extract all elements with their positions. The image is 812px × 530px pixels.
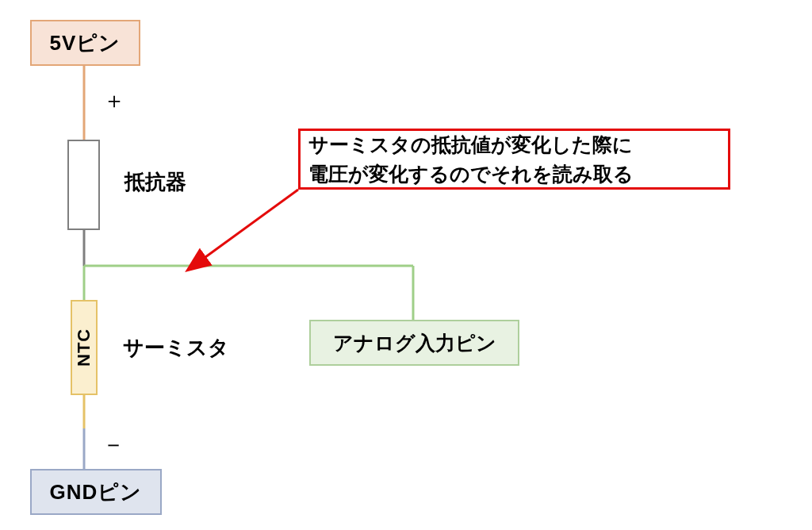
pin-5v-label: 5Vピン [50,29,121,57]
gnd-pin-block: GNDピン [30,469,162,515]
resistor-block [67,140,100,230]
resistor-label: 抵抗器 [124,168,186,196]
callout-line1: サーミスタの抵抗値が変化した際に [308,133,633,156]
thermistor-label: サーミスタ [123,334,229,362]
minus-symbol: － [102,428,125,461]
svg-line-8 [202,190,298,259]
callout-line2: 電圧が変化するのでそれを読み取る [308,163,634,185]
analog-input-pin-block: アナログ入力ピン [309,320,519,366]
ntc-thermistor-block: NTC [71,300,98,395]
callout-annotation: サーミスタの抵抗値が変化した際に 電圧が変化するのでそれを読み取る [298,129,730,190]
ntc-text: NTC [74,328,94,367]
analog-input-pin-label: アナログ入力ピン [333,330,496,356]
gnd-pin-label: GNDピン [50,478,143,506]
pin-5v-block: 5Vピン [30,20,140,66]
plus-symbol: ＋ [103,86,125,116]
